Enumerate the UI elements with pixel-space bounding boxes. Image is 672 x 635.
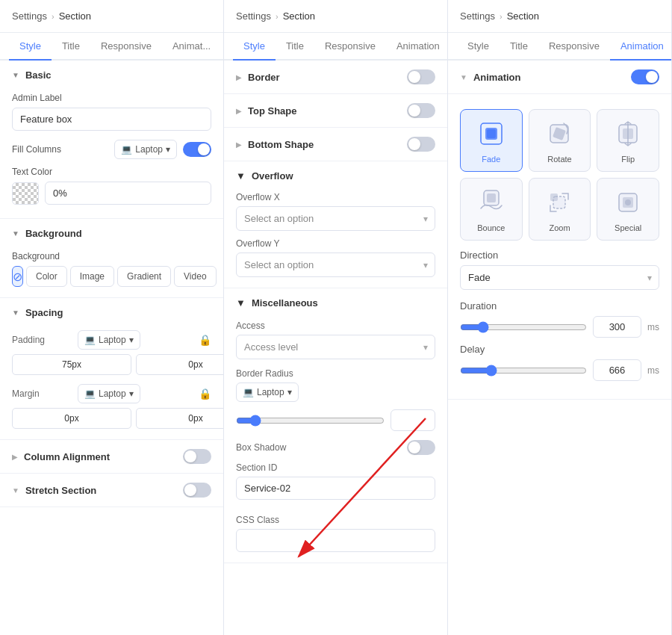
stretch-section-row[interactable]: ▼ Stretch Section [0, 474, 223, 507]
overflow-x-label: Overflow X [236, 192, 435, 202]
column-alignment-toggle[interactable] [183, 449, 211, 464]
border-label: Border [248, 72, 280, 83]
delay-value[interactable] [593, 359, 641, 381]
top-shape-row[interactable]: ▶ Top Shape [224, 94, 447, 128]
duration-value[interactable] [593, 316, 641, 338]
bg-color-option[interactable]: Color [26, 266, 67, 287]
bottom-shape-row[interactable]: ▶ Bottom Shape [224, 128, 447, 161]
border-row[interactable]: ▶ Border [224, 61, 447, 94]
margin-right[interactable] [136, 408, 223, 429]
animation-toggle[interactable] [631, 69, 659, 84]
bg-field-label: Background [12, 251, 211, 261]
breadcrumb-parent[interactable]: Settings [12, 10, 47, 22]
admin-label-input[interactable] [12, 108, 211, 131]
tab-style-right[interactable]: Style [457, 33, 500, 61]
border-toggle[interactable] [407, 69, 435, 84]
middle-panel-content: ▶ Border ▶ Top Shape ▶ Bottom Shape [224, 61, 447, 635]
access-select[interactable]: Access level [236, 335, 435, 359]
right-tabs: Style Title Responsive Animation [448, 33, 671, 61]
spacing-section: ▼ Spacing Padding 💻 Laptop ▾ 🔒 [0, 298, 223, 440]
animation-section-label: Animation [473, 72, 521, 83]
padding-right[interactable] [136, 354, 223, 375]
css-class-input[interactable] [236, 529, 435, 552]
overflow-x-select[interactable]: Select an option [236, 206, 435, 231]
left-panel-content: ▼ Basic Admin Label Fill Columns 💻 Lapto… [0, 61, 223, 635]
text-color-swatch[interactable] [12, 182, 39, 205]
anim-special-card[interactable]: Special [597, 178, 659, 241]
stretch-section-toggle[interactable] [183, 483, 211, 498]
padding-laptop[interactable]: 💻 Laptop ▾ [78, 330, 140, 350]
box-shadow-toggle[interactable] [407, 440, 435, 455]
misc-section: ▼ Miscellaneous Access Access level Bord… [224, 288, 447, 563]
border-radius-laptop[interactable]: 💻 Laptop ▾ [236, 382, 299, 402]
padding-inputs [12, 354, 211, 375]
padding-top[interactable] [12, 354, 131, 375]
margin-top[interactable] [12, 408, 131, 429]
tab-style-middle[interactable]: Style [233, 33, 276, 61]
tab-animation-right[interactable]: Animation [610, 33, 672, 61]
middle-breadcrumb: Settings › Section [224, 0, 447, 33]
direction-select[interactable]: Fade [460, 265, 659, 290]
zoom-label: Zoom [549, 223, 570, 232]
spacing-label: Spacing [25, 307, 63, 318]
duration-label: Duration [460, 300, 659, 312]
access-wrapper: Access level [236, 335, 435, 359]
delay-unit: ms [647, 365, 659, 376]
middle-tabs: Style Title Responsive Animation [224, 33, 447, 61]
delay-slider[interactable] [460, 365, 587, 377]
background-arrow-icon: ▼ [12, 229, 19, 238]
overflow-y-select[interactable]: Select an option [236, 253, 435, 277]
overflow-section-header[interactable]: ▼ Overflow [224, 161, 447, 186]
svg-rect-2 [487, 129, 496, 138]
bg-gradient-option[interactable]: Gradient [117, 266, 171, 287]
middle-breadcrumb-parent[interactable]: Settings [236, 10, 271, 22]
border-radius-slider[interactable] [236, 415, 385, 427]
right-breadcrumb-parent[interactable]: Settings [460, 10, 495, 22]
tab-responsive-middle[interactable]: Responsive [314, 33, 386, 61]
anim-bounce-card[interactable]: Bounce [460, 178, 523, 241]
bg-image-option[interactable]: Image [70, 266, 114, 287]
tab-animation-middle[interactable]: Animation [386, 33, 448, 61]
stretch-arrow: ▼ [12, 486, 19, 495]
bottom-shape-toggle[interactable] [407, 137, 435, 152]
misc-body: Access Access level Border Radius 💻 Lapt… [224, 320, 447, 563]
anim-zoom-card[interactable]: Zoom [529, 178, 591, 241]
stretch-section-label: Stretch Section [25, 485, 96, 496]
basic-section-header[interactable]: ▼ Basic [0, 61, 223, 90]
basic-arrow-icon: ▼ [12, 71, 19, 79]
tab-title-middle[interactable]: Title [276, 33, 314, 61]
tab-title-left[interactable]: Title [52, 33, 90, 61]
fill-columns-label: Fill Columns [12, 144, 61, 155]
margin-laptop[interactable]: 💻 Laptop ▾ [78, 384, 140, 403]
background-section-header[interactable]: ▼ Background [0, 219, 223, 248]
background-section: ▼ Background Background ⊘ Color Image Gr… [0, 219, 223, 298]
text-color-percent[interactable] [45, 182, 211, 205]
tab-style-left[interactable]: Style [9, 33, 52, 61]
tab-animation-left[interactable]: Animat... [162, 33, 221, 61]
spacing-section-header[interactable]: ▼ Spacing [0, 298, 223, 327]
tab-title-right[interactable]: Title [500, 33, 538, 61]
anim-rotate-card[interactable]: Rotate [529, 109, 591, 172]
tab-responsive-right[interactable]: Responsive [538, 33, 610, 61]
animation-section: ▼ Animation [448, 61, 671, 400]
border-radius-value[interactable] [391, 409, 435, 431]
border-radius-label: Border Radius [236, 368, 435, 379]
direction-wrapper: Fade [460, 265, 659, 290]
fill-columns-laptop[interactable]: 💻 Laptop ▾ [114, 140, 177, 159]
misc-section-header[interactable]: ▼ Miscellaneous [224, 288, 447, 313]
section-id-input[interactable] [236, 477, 435, 500]
special-label: Special [615, 223, 641, 232]
bg-video-option[interactable]: Video [174, 266, 216, 287]
text-color-label: Text Color [12, 167, 211, 177]
anim-flip-card[interactable]: Flip [597, 109, 659, 172]
delay-row: ms [460, 359, 659, 381]
top-shape-label: Top Shape [248, 105, 296, 117]
duration-slider[interactable] [460, 321, 587, 333]
tab-responsive-left[interactable]: Responsive [90, 33, 162, 61]
top-shape-toggle[interactable] [407, 103, 435, 118]
column-alignment-row[interactable]: ▶ Column Alignment [0, 440, 223, 474]
fill-columns-toggle[interactable] [183, 142, 211, 157]
left-breadcrumb: Settings › Section [0, 0, 223, 33]
bg-none-icon[interactable]: ⊘ [12, 266, 23, 287]
anim-fade-card[interactable]: Fade [460, 109, 523, 172]
